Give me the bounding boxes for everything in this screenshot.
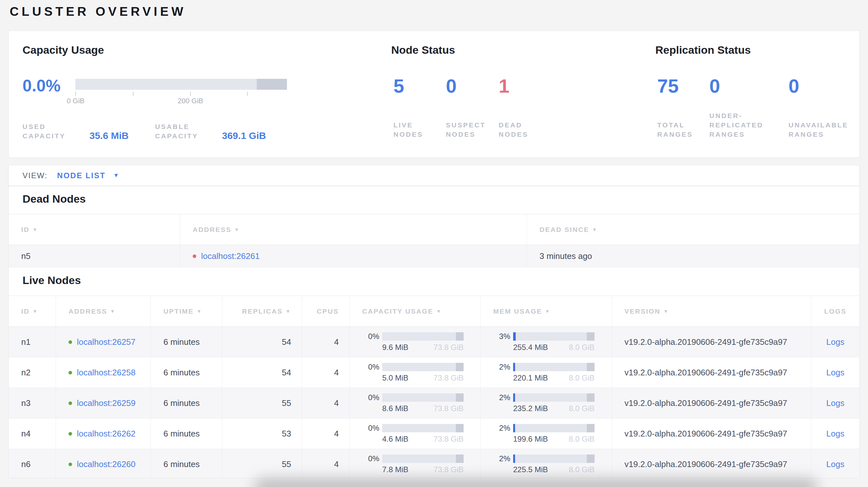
logs-cell: Logs: [811, 419, 859, 449]
axis-tick: [247, 92, 248, 96]
used-capacity-label: USED CAPACITY: [23, 122, 74, 140]
capacity-used: 5.0 MiB: [382, 374, 408, 383]
column-header-replicas[interactable]: REPLICAS▼: [222, 296, 302, 327]
used-capacity-value: 35.6 MiB: [89, 130, 129, 141]
capacity-usage-cell: 0% 5.0 MiB73.8 GiB: [349, 357, 480, 388]
column-header-label: CPUS: [317, 307, 339, 315]
node-id: n6: [9, 449, 56, 478]
node-address-link[interactable]: localhost:26261: [201, 251, 260, 261]
under-replicated-count: 0: [709, 76, 720, 97]
logs-link[interactable]: Logs: [826, 398, 844, 408]
sort-desc-icon: ▼: [110, 309, 116, 314]
node-replicas: 55: [222, 449, 302, 478]
node-address-link[interactable]: localhost:26260: [77, 459, 135, 469]
axis-tick-label: 0 GiB: [50, 97, 101, 105]
live-nodes-label: LIVE NODES: [394, 120, 429, 139]
total-ranges-count: 75: [657, 76, 679, 97]
unavailable-ranges-stat: 0 UNAVAILABLE RANGES: [788, 76, 799, 139]
logs-link[interactable]: Logs: [826, 459, 844, 469]
live-status-icon: [68, 340, 72, 344]
mem-percent: 2%: [494, 455, 510, 463]
node-address-link[interactable]: localhost:26262: [77, 429, 135, 439]
capacity-usage-heading: Capacity Usage: [23, 44, 104, 56]
logs-link[interactable]: Logs: [826, 429, 844, 439]
usable-capacity-value: 369.1 GiB: [222, 130, 266, 141]
dead-nodes-label: DEAD NODES: [499, 120, 534, 139]
node-cpus: 4: [302, 419, 349, 449]
axis-tick: [190, 92, 191, 96]
logs-link[interactable]: Logs: [826, 368, 844, 378]
node-cpus: 4: [302, 357, 349, 388]
capacity-total: 73.8 GiB: [434, 465, 464, 474]
capacity-bar: [382, 393, 464, 402]
dead-status-icon: [193, 254, 196, 258]
node-address-link[interactable]: localhost:26259: [77, 398, 135, 408]
node-id: n3: [9, 388, 56, 419]
capacity-usage-cell: 0% 7.8 MiB73.8 GiB: [349, 449, 480, 478]
column-header-label: REPLICAS: [242, 307, 282, 315]
column-header-label: CAPACITY USAGE: [362, 307, 433, 315]
axis-tick-label: 200 GiB: [165, 97, 216, 105]
column-header-id[interactable]: ID▼: [9, 296, 56, 327]
under-replicated-label: UNDER-REPLICATED RANGES: [709, 111, 769, 139]
live-status-icon: [68, 462, 72, 466]
column-header-dead-since[interactable]: DEAD SINCE▼: [527, 214, 859, 245]
sort-desc-icon: ▼: [663, 309, 669, 314]
capacity-percent: 0%: [363, 424, 379, 432]
node-uptime: 6 minutes: [151, 357, 222, 388]
sort-desc-icon: ▼: [545, 309, 551, 314]
column-header-mem-usage[interactable]: MEM USAGE▼: [480, 296, 612, 327]
logs-cell: Logs: [811, 449, 859, 478]
logs-cell: Logs: [811, 388, 859, 419]
column-header-uptime[interactable]: UPTIME▼: [151, 296, 222, 327]
mem-total: 8.0 GiB: [569, 343, 594, 352]
node-address-link[interactable]: localhost:26257: [77, 337, 135, 347]
bottom-scroll-shadow: [254, 479, 817, 487]
sort-desc-icon: ▼: [32, 309, 38, 314]
node-address-link[interactable]: localhost:26258: [77, 368, 135, 378]
capacity-used: 8.6 MiB: [382, 404, 408, 413]
capacity-bar-segment: [257, 79, 287, 90]
capacity-bar: [382, 363, 464, 371]
node-address-cell: localhost:26258: [56, 357, 151, 388]
column-header-label: LOGS: [824, 307, 847, 315]
unavailable-ranges-label: UNAVAILABLE RANGES: [788, 120, 856, 139]
sort-desc-icon: ▼: [234, 227, 240, 232]
mem-bar: [513, 332, 594, 340]
node-cpus: 4: [302, 449, 349, 478]
mem-percent: 2%: [494, 424, 510, 432]
dead-nodes-table: ID▼ ADDRESS▼ DEAD SINCE▼ n5 localhost:26…: [9, 214, 859, 267]
view-dropdown[interactable]: NODE LIST ▼: [57, 171, 119, 180]
view-dropdown-value: NODE LIST: [57, 171, 106, 180]
capacity-bar: [382, 455, 464, 463]
column-header-capacity-usage[interactable]: CAPACITY USAGE▼: [349, 296, 480, 327]
suspect-nodes-count: 0: [446, 76, 457, 97]
mem-total: 8.0 GiB: [569, 434, 594, 444]
column-header-address[interactable]: ADDRESS▼: [180, 214, 527, 245]
column-header-label: ADDRESS: [193, 226, 231, 233]
capacity-used: 4.6 MiB: [382, 434, 408, 444]
axis-tick: [133, 92, 133, 96]
suspect-nodes-stat: 0 SUSPECT NODES: [446, 76, 457, 139]
chevron-down-icon: ▼: [113, 172, 119, 179]
mem-total: 8.0 GiB: [569, 374, 594, 383]
column-header-id[interactable]: ID▼: [9, 214, 180, 245]
live-nodes-section-heading: Live Nodes: [23, 274, 81, 287]
logs-link[interactable]: Logs: [826, 337, 844, 347]
column-header-version[interactable]: VERSION▼: [612, 296, 811, 327]
dead-nodes-stat: 1 DEAD NODES: [499, 76, 509, 139]
capacity-usage-percent: 0.0%: [23, 76, 61, 95]
column-header-label: UPTIME: [163, 307, 194, 315]
mem-percent: 2%: [494, 363, 510, 371]
nodes-panel: Dead Nodes ID▼ ADDRESS▼ DEAD SINCE▼ n5 l…: [8, 186, 860, 478]
column-header-address[interactable]: ADDRESS▼: [56, 296, 151, 327]
column-header-cpus: CPUS: [302, 296, 349, 327]
live-status-icon: [68, 432, 72, 435]
mem-total: 8.0 GiB: [569, 404, 594, 413]
node-uptime: 6 minutes: [151, 449, 222, 478]
column-header-label: ADDRESS: [68, 307, 107, 315]
live-status-icon: [68, 371, 72, 375]
sort-desc-icon: ▼: [286, 309, 291, 314]
unavailable-ranges-count: 0: [788, 76, 799, 97]
node-address-cell: localhost:26257: [56, 327, 151, 357]
